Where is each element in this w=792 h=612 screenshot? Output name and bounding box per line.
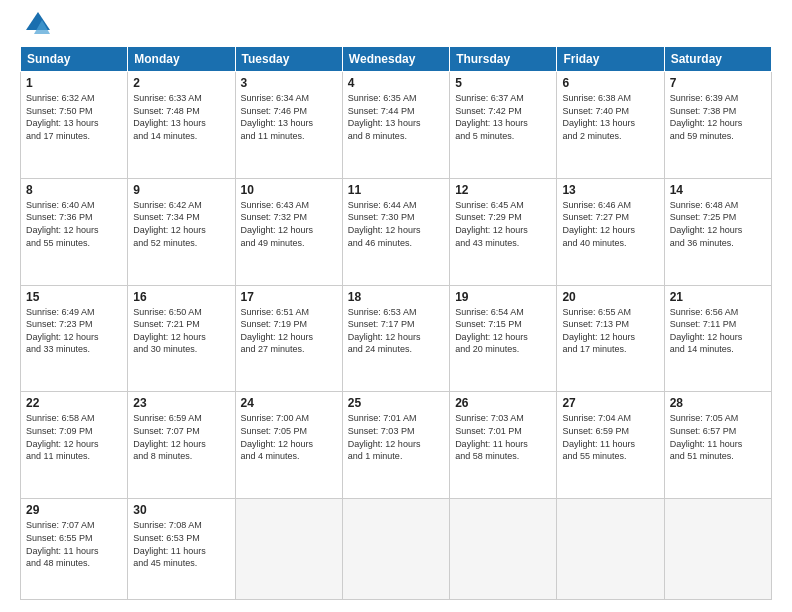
day-number: 28: [670, 396, 766, 410]
calendar-day-28: 28Sunrise: 7:05 AM Sunset: 6:57 PM Dayli…: [664, 392, 771, 499]
calendar-day-30: 30Sunrise: 7:08 AM Sunset: 6:53 PM Dayli…: [128, 499, 235, 600]
day-info: Sunrise: 6:42 AM Sunset: 7:34 PM Dayligh…: [133, 199, 229, 249]
calendar-day-13: 13Sunrise: 6:46 AM Sunset: 7:27 PM Dayli…: [557, 178, 664, 285]
day-number: 5: [455, 76, 551, 90]
day-number: 29: [26, 503, 122, 517]
calendar-day-10: 10Sunrise: 6:43 AM Sunset: 7:32 PM Dayli…: [235, 178, 342, 285]
day-number: 19: [455, 290, 551, 304]
day-number: 10: [241, 183, 337, 197]
calendar-day-22: 22Sunrise: 6:58 AM Sunset: 7:09 PM Dayli…: [21, 392, 128, 499]
day-info: Sunrise: 6:43 AM Sunset: 7:32 PM Dayligh…: [241, 199, 337, 249]
day-number: 25: [348, 396, 444, 410]
day-info: Sunrise: 6:56 AM Sunset: 7:11 PM Dayligh…: [670, 306, 766, 356]
day-number: 21: [670, 290, 766, 304]
calendar-empty: [342, 499, 449, 600]
calendar-day-9: 9Sunrise: 6:42 AM Sunset: 7:34 PM Daylig…: [128, 178, 235, 285]
day-info: Sunrise: 7:08 AM Sunset: 6:53 PM Dayligh…: [133, 519, 229, 569]
calendar: SundayMondayTuesdayWednesdayThursdayFrid…: [20, 46, 772, 600]
calendar-day-20: 20Sunrise: 6:55 AM Sunset: 7:13 PM Dayli…: [557, 285, 664, 392]
calendar-day-26: 26Sunrise: 7:03 AM Sunset: 7:01 PM Dayli…: [450, 392, 557, 499]
day-info: Sunrise: 6:54 AM Sunset: 7:15 PM Dayligh…: [455, 306, 551, 356]
calendar-header-friday: Friday: [557, 47, 664, 72]
day-number: 24: [241, 396, 337, 410]
calendar-day-14: 14Sunrise: 6:48 AM Sunset: 7:25 PM Dayli…: [664, 178, 771, 285]
calendar-day-15: 15Sunrise: 6:49 AM Sunset: 7:23 PM Dayli…: [21, 285, 128, 392]
day-number: 3: [241, 76, 337, 90]
day-info: Sunrise: 6:53 AM Sunset: 7:17 PM Dayligh…: [348, 306, 444, 356]
day-info: Sunrise: 6:50 AM Sunset: 7:21 PM Dayligh…: [133, 306, 229, 356]
day-info: Sunrise: 6:48 AM Sunset: 7:25 PM Dayligh…: [670, 199, 766, 249]
day-number: 12: [455, 183, 551, 197]
calendar-day-29: 29Sunrise: 7:07 AM Sunset: 6:55 PM Dayli…: [21, 499, 128, 600]
header: [20, 16, 772, 38]
calendar-day-16: 16Sunrise: 6:50 AM Sunset: 7:21 PM Dayli…: [128, 285, 235, 392]
calendar-day-4: 4Sunrise: 6:35 AM Sunset: 7:44 PM Daylig…: [342, 72, 449, 179]
calendar-week-0: 1Sunrise: 6:32 AM Sunset: 7:50 PM Daylig…: [21, 72, 772, 179]
day-info: Sunrise: 6:51 AM Sunset: 7:19 PM Dayligh…: [241, 306, 337, 356]
day-info: Sunrise: 7:00 AM Sunset: 7:05 PM Dayligh…: [241, 412, 337, 462]
day-number: 15: [26, 290, 122, 304]
day-info: Sunrise: 6:55 AM Sunset: 7:13 PM Dayligh…: [562, 306, 658, 356]
calendar-empty: [557, 499, 664, 600]
calendar-header-saturday: Saturday: [664, 47, 771, 72]
day-info: Sunrise: 6:58 AM Sunset: 7:09 PM Dayligh…: [26, 412, 122, 462]
day-info: Sunrise: 6:59 AM Sunset: 7:07 PM Dayligh…: [133, 412, 229, 462]
day-info: Sunrise: 6:49 AM Sunset: 7:23 PM Dayligh…: [26, 306, 122, 356]
day-number: 26: [455, 396, 551, 410]
day-number: 30: [133, 503, 229, 517]
calendar-day-8: 8Sunrise: 6:40 AM Sunset: 7:36 PM Daylig…: [21, 178, 128, 285]
calendar-day-27: 27Sunrise: 7:04 AM Sunset: 6:59 PM Dayli…: [557, 392, 664, 499]
day-number: 13: [562, 183, 658, 197]
calendar-empty: [450, 499, 557, 600]
calendar-day-19: 19Sunrise: 6:54 AM Sunset: 7:15 PM Dayli…: [450, 285, 557, 392]
day-number: 7: [670, 76, 766, 90]
day-info: Sunrise: 6:40 AM Sunset: 7:36 PM Dayligh…: [26, 199, 122, 249]
day-info: Sunrise: 7:01 AM Sunset: 7:03 PM Dayligh…: [348, 412, 444, 462]
calendar-header-thursday: Thursday: [450, 47, 557, 72]
day-number: 4: [348, 76, 444, 90]
logo: [20, 20, 52, 38]
calendar-header-wednesday: Wednesday: [342, 47, 449, 72]
day-info: Sunrise: 6:44 AM Sunset: 7:30 PM Dayligh…: [348, 199, 444, 249]
calendar-day-18: 18Sunrise: 6:53 AM Sunset: 7:17 PM Dayli…: [342, 285, 449, 392]
day-info: Sunrise: 6:37 AM Sunset: 7:42 PM Dayligh…: [455, 92, 551, 142]
calendar-empty: [664, 499, 771, 600]
calendar-day-11: 11Sunrise: 6:44 AM Sunset: 7:30 PM Dayli…: [342, 178, 449, 285]
day-info: Sunrise: 6:46 AM Sunset: 7:27 PM Dayligh…: [562, 199, 658, 249]
day-number: 2: [133, 76, 229, 90]
calendar-day-17: 17Sunrise: 6:51 AM Sunset: 7:19 PM Dayli…: [235, 285, 342, 392]
calendar-day-23: 23Sunrise: 6:59 AM Sunset: 7:07 PM Dayli…: [128, 392, 235, 499]
calendar-header-sunday: Sunday: [21, 47, 128, 72]
day-number: 9: [133, 183, 229, 197]
day-number: 18: [348, 290, 444, 304]
calendar-header-monday: Monday: [128, 47, 235, 72]
day-info: Sunrise: 6:32 AM Sunset: 7:50 PM Dayligh…: [26, 92, 122, 142]
calendar-week-3: 22Sunrise: 6:58 AM Sunset: 7:09 PM Dayli…: [21, 392, 772, 499]
calendar-day-6: 6Sunrise: 6:38 AM Sunset: 7:40 PM Daylig…: [557, 72, 664, 179]
calendar-week-2: 15Sunrise: 6:49 AM Sunset: 7:23 PM Dayli…: [21, 285, 772, 392]
day-number: 1: [26, 76, 122, 90]
calendar-day-12: 12Sunrise: 6:45 AM Sunset: 7:29 PM Dayli…: [450, 178, 557, 285]
day-info: Sunrise: 6:45 AM Sunset: 7:29 PM Dayligh…: [455, 199, 551, 249]
day-info: Sunrise: 6:39 AM Sunset: 7:38 PM Dayligh…: [670, 92, 766, 142]
day-number: 20: [562, 290, 658, 304]
day-number: 16: [133, 290, 229, 304]
day-number: 22: [26, 396, 122, 410]
calendar-week-4: 29Sunrise: 7:07 AM Sunset: 6:55 PM Dayli…: [21, 499, 772, 600]
day-number: 23: [133, 396, 229, 410]
page: SundayMondayTuesdayWednesdayThursdayFrid…: [0, 0, 792, 612]
day-info: Sunrise: 7:05 AM Sunset: 6:57 PM Dayligh…: [670, 412, 766, 462]
calendar-day-21: 21Sunrise: 6:56 AM Sunset: 7:11 PM Dayli…: [664, 285, 771, 392]
day-info: Sunrise: 7:07 AM Sunset: 6:55 PM Dayligh…: [26, 519, 122, 569]
calendar-day-5: 5Sunrise: 6:37 AM Sunset: 7:42 PM Daylig…: [450, 72, 557, 179]
day-number: 17: [241, 290, 337, 304]
calendar-day-7: 7Sunrise: 6:39 AM Sunset: 7:38 PM Daylig…: [664, 72, 771, 179]
calendar-day-1: 1Sunrise: 6:32 AM Sunset: 7:50 PM Daylig…: [21, 72, 128, 179]
day-number: 27: [562, 396, 658, 410]
day-info: Sunrise: 6:38 AM Sunset: 7:40 PM Dayligh…: [562, 92, 658, 142]
calendar-header-tuesday: Tuesday: [235, 47, 342, 72]
day-info: Sunrise: 6:34 AM Sunset: 7:46 PM Dayligh…: [241, 92, 337, 142]
calendar-week-1: 8Sunrise: 6:40 AM Sunset: 7:36 PM Daylig…: [21, 178, 772, 285]
calendar-day-3: 3Sunrise: 6:34 AM Sunset: 7:46 PM Daylig…: [235, 72, 342, 179]
day-number: 6: [562, 76, 658, 90]
